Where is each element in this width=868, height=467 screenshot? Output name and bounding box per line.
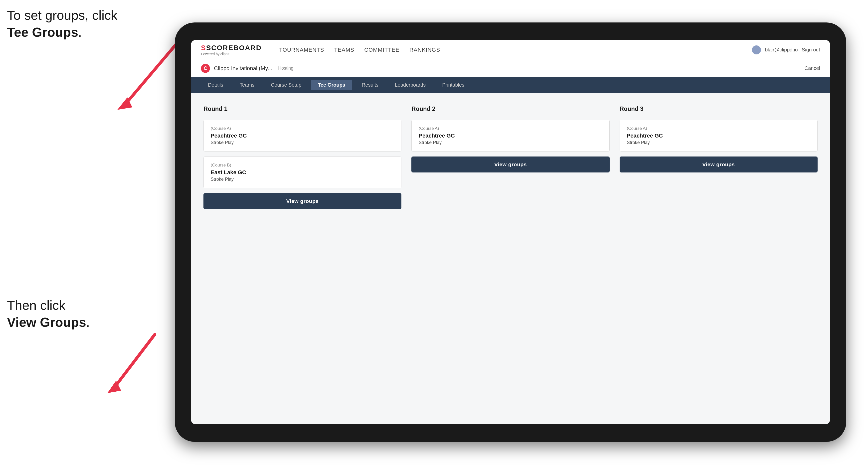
round-1-title: Round 1: [204, 105, 401, 112]
round-3-title: Round 3: [620, 105, 817, 112]
tournament-icon: C: [201, 64, 210, 73]
svg-line-0: [125, 40, 180, 105]
round-2-column: Round 2 (Course A) Peachtree GC Stroke P…: [411, 105, 609, 209]
tab-course-setup[interactable]: Course Setup: [264, 80, 308, 90]
round-2-course-a-name: Peachtree GC: [418, 132, 602, 139]
view-groups-round-1-button[interactable]: View groups: [204, 193, 401, 209]
logo-subtitle: Powered by clippit: [201, 52, 261, 56]
nav-tournaments[interactable]: TOURNAMENTS: [279, 47, 324, 53]
sub-nav: Details Teams Course Setup Tee Groups Re…: [191, 77, 830, 93]
nav-right: blair@clippd.io Sign out: [752, 45, 820, 54]
logo-title: SSCOREBOARD: [201, 44, 261, 52]
tab-printables[interactable]: Printables: [435, 80, 471, 90]
instruction-line1: To set groups, click: [7, 7, 117, 24]
round-1-course-b-card: (Course B) East Lake GC Stroke Play: [204, 156, 401, 188]
main-content: Round 1 (Course A) Peachtree GC Stroke P…: [191, 93, 830, 424]
round-3-course-a-label: (Course A): [627, 126, 810, 131]
tournament-bar: C Clippd Invitational (My... Hosting Can…: [191, 60, 830, 77]
view-groups-round-2-button[interactable]: View groups: [411, 156, 609, 173]
round-1-course-b-play-type: Stroke Play: [211, 177, 394, 182]
nav-committee[interactable]: COMMITTEE: [364, 47, 399, 53]
instruction-bottom: Then click View Groups.: [7, 297, 90, 331]
instruction-bottom-line2: View Groups.: [7, 314, 90, 331]
round-2-course-a-card: (Course A) Peachtree GC Stroke Play: [411, 120, 609, 152]
tab-results[interactable]: Results: [355, 80, 385, 90]
round-2-course-a-label: (Course A): [418, 126, 602, 131]
instruction-top: To set groups, click Tee Groups.: [7, 7, 117, 41]
hosting-badge: Hosting: [278, 66, 293, 71]
tablet-screen: SSCOREBOARD Powered by clippit TOURNAMEN…: [191, 40, 830, 424]
cancel-button[interactable]: Cancel: [805, 65, 820, 71]
top-nav: SSCOREBOARD Powered by clippit TOURNAMEN…: [191, 40, 830, 60]
tab-teams[interactable]: Teams: [232, 80, 261, 90]
tournament-title: Clippd Invitational (My...: [214, 65, 272, 72]
arrow-tee-groups: [105, 32, 185, 112]
round-3-course-a-name: Peachtree GC: [627, 132, 810, 139]
round-2-course-a-play-type: Stroke Play: [418, 140, 602, 145]
rounds-grid: Round 1 (Course A) Peachtree GC Stroke P…: [204, 105, 817, 209]
nav-rankings[interactable]: RANKINGS: [409, 47, 440, 53]
user-avatar: [752, 45, 761, 54]
round-1-course-a-name: Peachtree GC: [211, 132, 394, 139]
tab-tee-groups[interactable]: Tee Groups: [311, 80, 352, 90]
tab-details[interactable]: Details: [201, 80, 230, 90]
round-1-course-a-play-type: Stroke Play: [211, 140, 394, 145]
arrow-view-groups: [95, 327, 160, 397]
round-3-course-a-card: (Course A) Peachtree GC Stroke Play: [620, 120, 817, 152]
scoreboard-logo: SSCOREBOARD Powered by clippit: [201, 44, 261, 56]
round-1-course-a-card: (Course A) Peachtree GC Stroke Play: [204, 120, 401, 152]
round-3-course-a-play-type: Stroke Play: [627, 140, 810, 145]
instruction-line2: Tee Groups.: [7, 24, 117, 41]
round-2-title: Round 2: [411, 105, 609, 112]
round-1-course-b-label: (Course B): [211, 163, 394, 168]
tablet-frame: SSCOREBOARD Powered by clippit TOURNAMEN…: [175, 23, 846, 442]
sign-out-link[interactable]: Sign out: [802, 47, 820, 53]
tab-leaderboards[interactable]: Leaderboards: [388, 80, 433, 90]
view-groups-round-3-button[interactable]: View groups: [620, 156, 817, 173]
user-email: blair@clippd.io: [765, 47, 798, 53]
round-3-column: Round 3 (Course A) Peachtree GC Stroke P…: [620, 105, 817, 209]
round-1-course-b-name: East Lake GC: [211, 169, 394, 176]
nav-links: TOURNAMENTS TEAMS COMMITTEE RANKINGS: [279, 47, 440, 53]
tournament-name: C Clippd Invitational (My... Hosting: [201, 64, 293, 73]
instruction-bottom-line1: Then click: [7, 297, 90, 314]
round-1-column: Round 1 (Course A) Peachtree GC Stroke P…: [204, 105, 401, 209]
svg-line-2: [115, 335, 155, 387]
round-1-course-a-label: (Course A): [211, 126, 394, 131]
nav-teams[interactable]: TEAMS: [334, 47, 354, 53]
